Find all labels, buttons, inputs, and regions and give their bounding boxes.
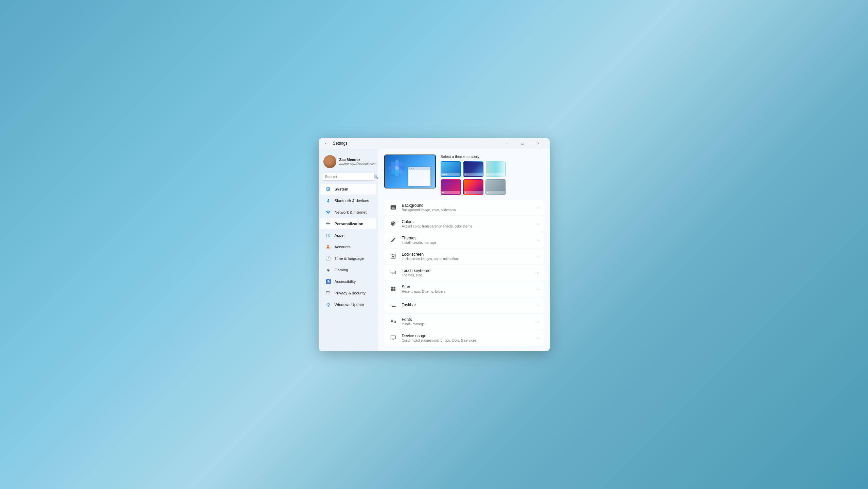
start-text: Start Recent apps & items, folders bbox=[402, 285, 533, 293]
settings-item-taskbar[interactable]: Taskbar › bbox=[384, 297, 544, 313]
close-button[interactable]: ✕ bbox=[531, 138, 546, 149]
theme-preview-inner bbox=[385, 155, 435, 188]
sidebar-item-gaming[interactable]: ◈ Gaming bbox=[320, 265, 376, 275]
colors-title: Colors bbox=[402, 219, 533, 224]
back-button[interactable]: ← bbox=[323, 140, 330, 147]
theme-thumb-5[interactable] bbox=[463, 179, 483, 195]
search-box[interactable]: 🔍 bbox=[322, 173, 375, 181]
theme-preview bbox=[384, 155, 436, 188]
svg-rect-12 bbox=[392, 272, 392, 272]
sidebar-item-system[interactable]: ⊞ System bbox=[320, 184, 376, 195]
deviceusage-arrow: › bbox=[537, 336, 539, 340]
colors-arrow: › bbox=[537, 222, 539, 226]
avatar bbox=[323, 155, 336, 168]
profile-section[interactable]: Zac Mendez zacmendez@outlook.com bbox=[319, 152, 378, 173]
privacy-icon: 🛡 bbox=[325, 290, 331, 296]
theme-thumb-2[interactable] bbox=[463, 161, 483, 177]
sidebar-item-label-gaming: Gaming bbox=[335, 268, 348, 272]
theme-section-label: Select a theme to apply bbox=[441, 155, 544, 159]
svg-rect-20 bbox=[393, 289, 395, 291]
sidebar-item-label-network: Network & internet bbox=[335, 210, 367, 214]
background-arrow: › bbox=[537, 205, 539, 210]
svg-rect-17 bbox=[391, 287, 393, 289]
settings-item-fonts[interactable]: Aa Fonts Install, manage › bbox=[384, 314, 544, 329]
sidebar-item-label-privacy: Privacy & security bbox=[335, 291, 366, 295]
settings-item-start[interactable]: Start Recent apps & items, folders › bbox=[384, 281, 544, 297]
sidebar-item-personalization[interactable]: ✏ Personalization bbox=[320, 218, 376, 229]
titlebar: ← Settings — □ ✕ bbox=[319, 138, 550, 149]
settings-item-lockscreen[interactable]: Lock screen Lock screen images, apps, an… bbox=[384, 249, 544, 264]
touchkeyboard-title: Touch keyboard bbox=[402, 268, 533, 273]
search-icon: 🔍 bbox=[374, 175, 378, 179]
sidebar-item-privacy[interactable]: 🛡 Privacy & security bbox=[320, 288, 376, 298]
sidebar-item-label-accounts: Accounts bbox=[335, 245, 351, 249]
settings-item-colors[interactable]: Colors Accent color, transparency effect… bbox=[384, 216, 544, 232]
start-icon bbox=[389, 285, 398, 293]
settings-item-touchkeyboard[interactable]: Touch keyboard Themes, size › bbox=[384, 265, 544, 280]
themes-icon bbox=[389, 236, 398, 244]
fonts-desc: Install, manage bbox=[402, 322, 533, 326]
settings-list: Background Background image, color, slid… bbox=[384, 200, 544, 346]
thumb-dot bbox=[465, 174, 466, 175]
theme-section: Select a theme to apply bbox=[384, 155, 544, 195]
settings-item-deviceusage[interactable]: Device usage Customized suggestions for … bbox=[384, 330, 544, 346]
settings-window: ← Settings — □ ✕ Zac Mendez zacmendez@ou… bbox=[319, 138, 550, 351]
deviceusage-icon bbox=[389, 333, 398, 342]
svg-rect-14 bbox=[393, 272, 394, 272]
svg-rect-18 bbox=[393, 287, 395, 289]
start-desc: Recent apps & items, folders bbox=[402, 290, 533, 293]
svg-rect-22 bbox=[391, 306, 392, 307]
win-dot bbox=[409, 168, 410, 169]
thumb-bar bbox=[486, 173, 505, 176]
svg-rect-11 bbox=[391, 271, 395, 274]
start-title: Start bbox=[402, 285, 533, 289]
win-dot bbox=[413, 168, 414, 169]
window-controls: — □ ✕ bbox=[499, 138, 546, 149]
taskbar-arrow: › bbox=[537, 303, 539, 307]
theme-thumb-6[interactable] bbox=[485, 179, 506, 195]
preview-window-frame bbox=[408, 167, 430, 186]
sidebar-item-update[interactable]: Windows Update bbox=[320, 299, 376, 310]
search-input[interactable] bbox=[325, 175, 372, 179]
sidebar-item-label-update: Windows Update bbox=[335, 303, 364, 307]
settings-item-themes[interactable]: Themes Install, create, manage › bbox=[384, 232, 544, 248]
lockscreen-desc: Lock screen images, apps, animations bbox=[402, 257, 533, 261]
thumb-bar bbox=[441, 173, 460, 176]
preview-window-bar bbox=[408, 167, 430, 170]
profile-name: Zac Mendez bbox=[339, 158, 376, 162]
colors-desc: Accent color, transparency effects, colo… bbox=[402, 224, 533, 228]
window-title: Settings bbox=[333, 141, 348, 146]
background-desc: Background image, color, slideshow bbox=[402, 208, 533, 212]
deviceusage-text: Device usage Customized suggestions for … bbox=[402, 333, 533, 342]
sidebar-item-accounts[interactable]: Accounts bbox=[320, 241, 376, 252]
lockscreen-title: Lock screen bbox=[402, 252, 533, 257]
minimize-button[interactable]: — bbox=[499, 138, 514, 149]
gaming-icon: ◈ bbox=[325, 267, 331, 273]
taskbar-text: Taskbar bbox=[402, 303, 533, 308]
deviceusage-desc: Customized suggestions for tips, tools, … bbox=[402, 339, 533, 342]
sidebar-item-label-bluetooth: Bluetooth & devices bbox=[335, 199, 369, 203]
fonts-icon: Aa bbox=[389, 317, 398, 326]
svg-rect-13 bbox=[392, 272, 393, 272]
theme-thumb-1[interactable] bbox=[441, 161, 461, 177]
settings-item-background[interactable]: Background Background image, color, slid… bbox=[384, 200, 544, 215]
taskbar-title: Taskbar bbox=[402, 303, 533, 307]
sidebar-item-network[interactable]: Network & internet bbox=[320, 207, 376, 218]
sidebar-item-label-accessibility: Accessibility bbox=[335, 279, 356, 284]
colors-text: Colors Accent color, transparency effect… bbox=[402, 219, 533, 228]
theme-thumb-3[interactable] bbox=[485, 161, 506, 177]
maximize-button[interactable]: □ bbox=[515, 138, 530, 149]
touchkeyboard-icon bbox=[389, 268, 398, 277]
bloom-graphic bbox=[388, 159, 406, 177]
win-dot bbox=[411, 168, 412, 169]
sidebar-item-apps[interactable]: ◫ Apps bbox=[320, 230, 376, 241]
sidebar-item-accessibility[interactable]: ♿ Accessibility bbox=[320, 276, 376, 287]
themes-title: Themes bbox=[402, 236, 533, 240]
start-arrow: › bbox=[537, 287, 539, 291]
sidebar-item-label-personalization: Personalization bbox=[335, 222, 364, 226]
thumb-dot bbox=[465, 192, 466, 193]
sidebar-item-bluetooth[interactable]: Bluetooth & devices bbox=[320, 195, 376, 206]
window-body: Zac Mendez zacmendez@outlook.com 🔍 ⊞ Sys… bbox=[319, 149, 550, 351]
theme-thumb-4[interactable] bbox=[441, 179, 461, 195]
sidebar-item-time[interactable]: 🕐 Time & language bbox=[320, 253, 376, 264]
